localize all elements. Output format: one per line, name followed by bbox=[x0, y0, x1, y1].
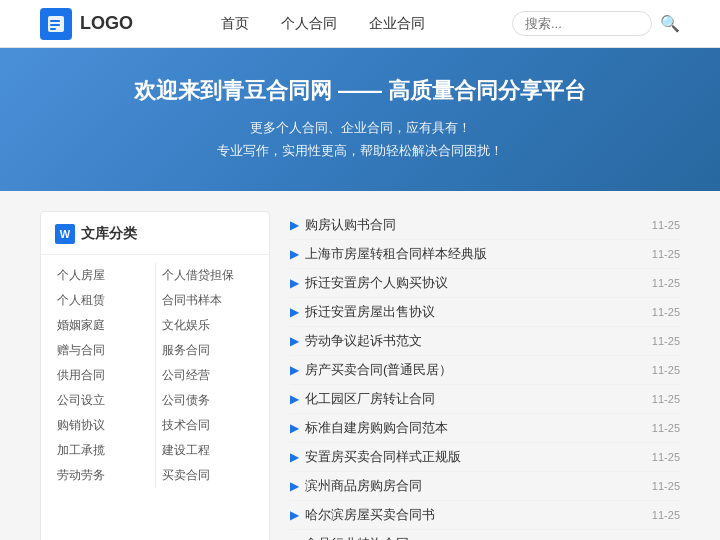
list-item[interactable]: ▶ 标准自建房购购合同范本 11-25 bbox=[290, 414, 680, 443]
nav-personal[interactable]: 个人合同 bbox=[281, 15, 337, 33]
cat-item-r7[interactable]: 建设工程 bbox=[156, 438, 259, 463]
cat-item-r2[interactable]: 文化娱乐 bbox=[156, 313, 259, 338]
hotlist-date: 11-25 bbox=[652, 335, 680, 347]
cat-item-r1[interactable]: 合同书样本 bbox=[156, 288, 259, 313]
hotlist-title: 食品行业特许合同 bbox=[305, 535, 644, 540]
hero-title: 欢迎来到青豆合同网 —— 高质量合同分享平台 bbox=[40, 76, 680, 106]
doc-icon: ▶ bbox=[290, 305, 299, 319]
hotlist-date: 11-25 bbox=[652, 480, 680, 492]
logo-area: LOGO bbox=[40, 8, 133, 40]
cat-item-0[interactable]: 个人房屋 bbox=[51, 263, 155, 288]
list-item[interactable]: ▶ 化工园区厂房转让合同 11-25 bbox=[290, 385, 680, 414]
cat-item-r8[interactable]: 买卖合同 bbox=[156, 463, 259, 488]
hotlist-panel: ▶ 购房认购书合同 11-25 ▶ 上海市房屋转租合同样本经典版 11-25 ▶… bbox=[290, 211, 680, 540]
category-icon: W bbox=[55, 224, 75, 244]
svg-rect-3 bbox=[50, 28, 56, 30]
doc-icon: ▶ bbox=[290, 276, 299, 290]
doc-icon: ▶ bbox=[290, 508, 299, 522]
cat-item-6[interactable]: 购销协议 bbox=[51, 413, 155, 438]
doc-icon: ▶ bbox=[290, 363, 299, 377]
doc-icon: ▶ bbox=[290, 392, 299, 406]
logo-icon bbox=[40, 8, 72, 40]
doc-icon: ▶ bbox=[290, 247, 299, 261]
cat-item-3[interactable]: 赠与合同 bbox=[51, 338, 155, 363]
cat-item-2[interactable]: 婚姻家庭 bbox=[51, 313, 155, 338]
category-title: 文库分类 bbox=[81, 225, 137, 243]
hero-subtitle-1: 更多个人合同、企业合同，应有具有！ bbox=[40, 116, 680, 139]
svg-rect-1 bbox=[50, 20, 60, 22]
list-item[interactable]: ▶ 滨州商品房购房合同 11-25 bbox=[290, 472, 680, 501]
hotlist-title: 拆迁安置房屋出售协议 bbox=[305, 303, 644, 321]
doc-icon: ▶ bbox=[290, 450, 299, 464]
hero-banner: 欢迎来到青豆合同网 —— 高质量合同分享平台 更多个人合同、企业合同，应有具有！… bbox=[0, 48, 720, 191]
list-item[interactable]: ▶ 上海市房屋转租合同样本经典版 11-25 bbox=[290, 240, 680, 269]
hotlist-title: 劳动争议起诉书范文 bbox=[305, 332, 644, 350]
hotlist-date: 11-25 bbox=[652, 422, 680, 434]
list-item[interactable]: ▶ 安置房买卖合同样式正规版 11-25 bbox=[290, 443, 680, 472]
cat-item-r6[interactable]: 技术合同 bbox=[156, 413, 259, 438]
hotlist-title: 哈尔滨房屋买卖合同书 bbox=[305, 506, 644, 524]
nav-enterprise[interactable]: 企业合同 bbox=[369, 15, 425, 33]
hotlist-title: 安置房买卖合同样式正规版 bbox=[305, 448, 644, 466]
hotlist-title: 购房认购书合同 bbox=[305, 216, 644, 234]
hotlist-date: 11-25 bbox=[652, 364, 680, 376]
cat-item-7[interactable]: 加工承揽 bbox=[51, 438, 155, 463]
main-nav: 首页 个人合同 企业合同 bbox=[221, 15, 425, 33]
list-item[interactable]: ▶ 购房认购书合同 11-25 bbox=[290, 211, 680, 240]
search-input[interactable] bbox=[512, 11, 652, 36]
doc-icon: ▶ bbox=[290, 479, 299, 493]
search-area: 🔍 bbox=[512, 11, 680, 36]
search-button[interactable]: 🔍 bbox=[660, 14, 680, 33]
cat-item-5[interactable]: 公司设立 bbox=[51, 388, 155, 413]
cat-item-8[interactable]: 劳动劳务 bbox=[51, 463, 155, 488]
hotlist-title: 房产买卖合同(普通民居） bbox=[305, 361, 644, 379]
hotlist-date: 11-25 bbox=[652, 277, 680, 289]
list-item[interactable]: ▶ 拆迁安置房屋出售协议 11-25 bbox=[290, 298, 680, 327]
list-item[interactable]: ▶ 房产买卖合同(普通民居） 11-25 bbox=[290, 356, 680, 385]
hotlist-date: 11-25 bbox=[652, 248, 680, 260]
cat-item-r5[interactable]: 公司债务 bbox=[156, 388, 259, 413]
category-header: W 文库分类 bbox=[41, 212, 269, 255]
cat-item-4[interactable]: 供用合同 bbox=[51, 363, 155, 388]
hero-subtitle-2: 专业写作，实用性更高，帮助轻松解决合同困扰！ bbox=[40, 139, 680, 162]
hotlist-date: 11-25 bbox=[652, 393, 680, 405]
hotlist-title: 上海市房屋转租合同样本经典版 bbox=[305, 245, 644, 263]
svg-rect-2 bbox=[50, 24, 60, 26]
hotlist-title: 滨州商品房购房合同 bbox=[305, 477, 644, 495]
main-content: W 文库分类 个人房屋 个人租赁 婚姻家庭 赠与合同 供用合同 公司设立 购销协… bbox=[0, 191, 720, 540]
list-item[interactable]: ▶ 食品行业特许合同 11-25 bbox=[290, 530, 680, 540]
hotlist-date: 11-25 bbox=[652, 509, 680, 521]
hotlist-date: 11-25 bbox=[652, 219, 680, 231]
list-item[interactable]: ▶ 劳动争议起诉书范文 11-25 bbox=[290, 327, 680, 356]
hotlist-title: 标准自建房购购合同范本 bbox=[305, 419, 644, 437]
hotlist-date: 11-25 bbox=[652, 451, 680, 463]
cat-item-r0[interactable]: 个人借贷担保 bbox=[156, 263, 259, 288]
category-grid: 个人房屋 个人租赁 婚姻家庭 赠与合同 供用合同 公司设立 购销协议 加工承揽 … bbox=[41, 255, 269, 496]
nav-home[interactable]: 首页 bbox=[221, 15, 249, 33]
cat-item-r4[interactable]: 公司经营 bbox=[156, 363, 259, 388]
doc-icon: ▶ bbox=[290, 334, 299, 348]
doc-icon: ▶ bbox=[290, 218, 299, 232]
cat-item-r3[interactable]: 服务合同 bbox=[156, 338, 259, 363]
cat-item-1[interactable]: 个人租赁 bbox=[51, 288, 155, 313]
doc-icon: ▶ bbox=[290, 421, 299, 435]
header: LOGO 首页 个人合同 企业合同 🔍 bbox=[0, 0, 720, 48]
hotlist-date: 11-25 bbox=[652, 306, 680, 318]
hotlist-title: 拆迁安置房个人购买协议 bbox=[305, 274, 644, 292]
category-panel: W 文库分类 个人房屋 个人租赁 婚姻家庭 赠与合同 供用合同 公司设立 购销协… bbox=[40, 211, 270, 540]
hotlist-title: 化工园区厂房转让合同 bbox=[305, 390, 644, 408]
list-item[interactable]: ▶ 拆迁安置房个人购买协议 11-25 bbox=[290, 269, 680, 298]
list-item[interactable]: ▶ 哈尔滨房屋买卖合同书 11-25 bbox=[290, 501, 680, 530]
logo-text: LOGO bbox=[80, 13, 133, 34]
